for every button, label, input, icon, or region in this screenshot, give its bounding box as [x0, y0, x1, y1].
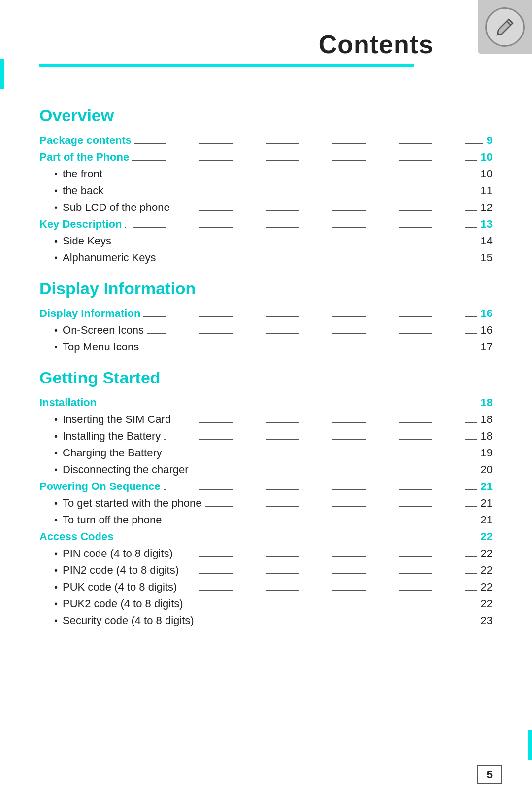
- page-number: 5: [477, 765, 502, 784]
- bullet-installing-battery: • Installing the Battery 18: [39, 430, 493, 443]
- bullet-page: 21: [481, 497, 493, 510]
- section-display-information: Display Information Display Information …: [39, 279, 493, 353]
- bullet-page: 12: [481, 201, 493, 214]
- bullet-label: To get started with the phone: [63, 497, 202, 510]
- bullet-dots: [176, 556, 477, 557]
- section-heading-display-info: Display Information: [39, 279, 493, 298]
- toc-page: 16: [481, 307, 493, 320]
- toc-entry-package-contents: Package contents 9: [39, 134, 493, 147]
- right-accent-bar: [528, 730, 532, 760]
- bullet-label: the front: [63, 168, 102, 180]
- bullet-dots: [205, 506, 477, 507]
- toc-dots: [143, 316, 476, 317]
- bullet-page: 16: [481, 324, 493, 337]
- bullet-dot: •: [54, 448, 58, 459]
- toc-entry-access-codes: Access Codes 22: [39, 530, 493, 543]
- toc-dots: [134, 143, 483, 144]
- bullet-dots: [186, 607, 477, 607]
- bullet-label: Security code (4 to 8 digits): [63, 614, 194, 627]
- bullet-dot: •: [54, 548, 58, 559]
- bullet-dots: [106, 194, 476, 194]
- bullet-dots: [142, 350, 476, 350]
- bullet-dot: •: [54, 464, 58, 476]
- bullet-label: Disconnecting the charger: [63, 463, 189, 476]
- section-overview: Overview Package contents 9 Part of the …: [39, 106, 493, 264]
- toc-page: 9: [487, 134, 493, 147]
- toc-label: Key Description: [39, 218, 122, 231]
- toc-page: 13: [481, 218, 493, 231]
- bullet-the-back: • the back 11: [39, 184, 493, 197]
- bullet-page: 20: [481, 463, 493, 476]
- toc-entry-installation: Installation 18: [39, 396, 493, 409]
- bullet-dots: [182, 573, 476, 574]
- toc-page: 22: [481, 530, 493, 543]
- bullet-dot: •: [54, 582, 58, 593]
- bullet-charging-battery: • Charging the Battery 19: [39, 447, 493, 459]
- bullet-page: 22: [481, 597, 493, 610]
- bullet-page: 14: [481, 235, 493, 247]
- bullet-label: PUK code (4 to 8 digits): [63, 581, 177, 593]
- left-accent-bar: [0, 59, 4, 89]
- toc-dots: [125, 227, 477, 228]
- bullet-dots: [164, 439, 476, 440]
- bullet-page: 15: [481, 251, 493, 264]
- bullet-the-front: • the front 10: [39, 168, 493, 180]
- bullet-security-code: • Security code (4 to 8 digits) 23: [39, 614, 493, 627]
- bullet-dot: •: [54, 615, 58, 626]
- bullet-dot: •: [54, 431, 58, 442]
- bullet-label: PIN2 code (4 to 8 digits): [63, 564, 179, 577]
- bullet-inserting-sim: • Inserting the SIM Card 18: [39, 413, 493, 426]
- bullet-page: 18: [481, 430, 493, 443]
- toc-label: Installation: [39, 396, 97, 409]
- bullet-puk-code: • PUK code (4 to 8 digits) 22: [39, 581, 493, 593]
- bullet-alphanumeric-keys: • Alphanumeric Keys 15: [39, 251, 493, 264]
- bullet-label: Charging the Battery: [63, 447, 162, 459]
- bullet-page: 10: [481, 168, 493, 180]
- bullet-dots: [159, 261, 477, 261]
- bullet-get-started-phone: • To get started with the phone 21: [39, 497, 493, 510]
- bullet-dots: [165, 523, 476, 523]
- toc-page: 10: [481, 151, 493, 164]
- bullet-dots: [114, 244, 476, 244]
- bullet-side-keys: • Side Keys 14: [39, 235, 493, 247]
- bullet-page: 11: [481, 184, 493, 197]
- bullet-dot: •: [54, 598, 58, 610]
- bullet-dot: •: [54, 515, 58, 526]
- top-right-icon-area: [478, 0, 532, 54]
- bullet-page: 21: [481, 514, 493, 526]
- toc-entry-display-information: Display Information 16: [39, 307, 493, 320]
- bullet-puk2-code: • PUK2 code (4 to 8 digits) 22: [39, 597, 493, 610]
- bullet-page: 22: [481, 581, 493, 593]
- toc-dots: [116, 540, 476, 540]
- bullet-disconnecting-charger: • Disconnecting the charger 20: [39, 463, 493, 476]
- bullet-label: Inserting the SIM Card: [63, 413, 171, 426]
- toc-page: 18: [481, 396, 493, 409]
- bullet-onscreen-icons: • On-Screen Icons 16: [39, 324, 493, 337]
- bullet-sub-lcd: • Sub LCD of the phone 12: [39, 201, 493, 214]
- bullet-top-menu-icons: • Top Menu Icons 17: [39, 341, 493, 353]
- page-title: Contents: [39, 30, 433, 59]
- bullet-dot: •: [54, 414, 58, 425]
- bullet-label: PUK2 code (4 to 8 digits): [63, 597, 183, 610]
- section-getting-started: Getting Started Installation 18 • Insert…: [39, 368, 493, 627]
- bullet-turn-off-phone: • To turn off the phone 21: [39, 514, 493, 526]
- toc-entry-powering-on: Powering On Sequence 21: [39, 480, 493, 493]
- bullet-dots: [174, 422, 476, 423]
- toc-entry-key-description: Key Description 13: [39, 218, 493, 231]
- bullet-dots: [147, 333, 476, 334]
- bullet-dot: •: [54, 565, 58, 576]
- bullet-dot: •: [54, 185, 58, 197]
- bullet-dot: •: [54, 202, 58, 213]
- bullet-dots: [165, 456, 477, 456]
- toc-label: Part of the Phone: [39, 151, 129, 164]
- bullet-page: 23: [481, 614, 493, 627]
- content-area: Overview Package contents 9 Part of the …: [39, 67, 493, 627]
- bullet-page: 18: [481, 413, 493, 426]
- bullet-dot: •: [54, 325, 58, 336]
- bullet-dot: •: [54, 498, 58, 509]
- bullet-label: the back: [63, 184, 103, 197]
- toc-dots: [164, 489, 477, 490]
- bullet-page: 19: [481, 447, 493, 459]
- bullet-page: 17: [481, 341, 493, 353]
- pen-icon: [485, 7, 525, 47]
